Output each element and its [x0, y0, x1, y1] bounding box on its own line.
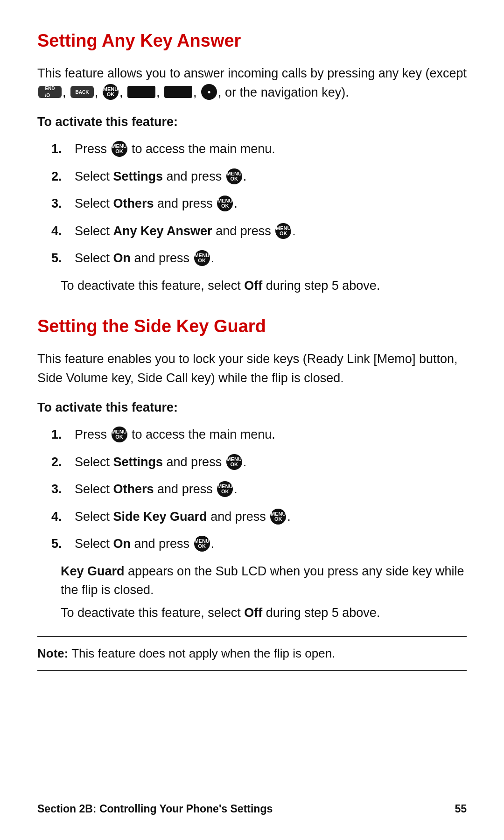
menu-ok-icon: MENUOK: [275, 223, 291, 239]
back-key-icon: BACK: [70, 86, 94, 98]
step-2-2: 2. Select Settings and press MENUOK.: [51, 453, 467, 472]
step-num: 2.: [51, 167, 75, 186]
step-1-5: 5. Select On and press MENUOK.: [51, 249, 467, 268]
section2-deactivate-note: To deactivate this feature, select Off d…: [37, 603, 467, 623]
section2-title: Setting the Side Key Guard: [37, 314, 467, 339]
menu-ok-icon: MENUOK: [112, 427, 127, 442]
section2-steps-list: 1. Press MENUOK to access the main menu.…: [37, 425, 467, 553]
step-num: 2.: [51, 453, 75, 472]
step-num: 1.: [51, 140, 75, 159]
step-2-1: 1. Press MENUOK to access the main menu.: [51, 425, 467, 444]
menu-ok-icon: MENUOK: [112, 141, 127, 157]
step-num: 3.: [51, 194, 75, 213]
menu-ok-icon: MENUOK: [270, 509, 286, 525]
note-block: Note: This feature does not apply when t…: [37, 636, 467, 671]
step-text: Select Others and press MENUOK.: [75, 480, 467, 499]
step-text: Select Settings and press MENUOK.: [75, 453, 467, 472]
step-text: Select Settings and press MENUOK.: [75, 167, 467, 186]
step-2-3: 3. Select Others and press MENUOK.: [51, 480, 467, 499]
menu-ok-icon: MENUOK: [226, 454, 242, 470]
menu-ok-icon: MENUOK: [194, 536, 210, 552]
step-num: 3.: [51, 480, 75, 499]
step-text: Select Others and press MENUOK.: [75, 194, 467, 213]
menu-ok-icon: MENUOK: [217, 196, 233, 211]
note-label: Note:: [37, 646, 68, 660]
footer-left: Section 2B: Controlling Your Phone's Set…: [37, 801, 273, 817]
step-text: Select On and press MENUOK.: [75, 534, 467, 553]
menu-ok-icon: MENUOK: [217, 481, 233, 497]
section1-deactivate-note: To deactivate this feature, select Off d…: [37, 276, 467, 295]
step-2-5: 5. Select On and press MENUOK.: [51, 534, 467, 553]
section2-intro: This feature enables you to lock your si…: [37, 350, 467, 387]
end-key-icon: END/O: [38, 86, 62, 98]
step-1-2: 2. Select Settings and press MENUOK.: [51, 167, 467, 186]
step-num: 4.: [51, 507, 75, 526]
section1-steps-list: 1. Press MENUOK to access the main menu.…: [37, 140, 467, 268]
step-text: Select Side Key Guard and press MENUOK.: [75, 507, 467, 526]
blank-key-icon1: [127, 86, 155, 98]
dot-key-icon1: ●: [201, 84, 217, 100]
step-text: Select Any Key Answer and press MENUOK.: [75, 222, 467, 241]
blank-key-icon2: [164, 86, 192, 98]
section1-title: Setting Any Key Answer: [37, 28, 467, 54]
page-footer: Section 2B: Controlling Your Phone's Set…: [37, 801, 467, 817]
footer-right: 55: [455, 801, 467, 817]
menu-ok-icon: MENUOK: [194, 250, 210, 266]
step-2-4: 4. Select Side Key Guard and press MENUO…: [51, 507, 467, 526]
step-1-4: 4. Select Any Key Answer and press MENUO…: [51, 222, 467, 241]
step-1-3: 3. Select Others and press MENUOK.: [51, 194, 467, 213]
section1-intro: This feature allows you to answer incomi…: [37, 64, 467, 102]
step-1-1: 1. Press MENUOK to access the main menu.: [51, 140, 467, 159]
note-text: This feature does not apply when the fli…: [68, 646, 335, 660]
step-text: Select On and press MENUOK.: [75, 249, 467, 268]
step-num: 4.: [51, 222, 75, 241]
section1-activate-heading: To activate this feature:: [37, 113, 467, 131]
menu-key-icon1: MENUOK: [103, 84, 119, 100]
key-guard-note: Key Guard appears on the Sub LCD when yo…: [37, 562, 467, 600]
step-num: 1.: [51, 425, 75, 444]
step-text: Press MENUOK to access the main menu.: [75, 140, 467, 159]
menu-ok-icon: MENUOK: [226, 168, 242, 184]
step-text: Press MENUOK to access the main menu.: [75, 425, 467, 444]
section2-activate-heading: To activate this feature:: [37, 399, 467, 417]
step-num: 5.: [51, 249, 75, 268]
step-num: 5.: [51, 534, 75, 553]
